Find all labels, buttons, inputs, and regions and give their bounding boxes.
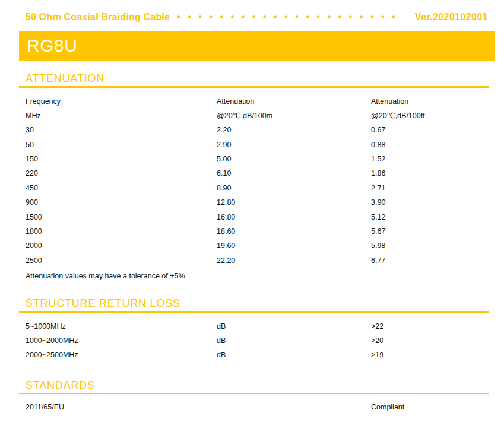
table-cell: >20 bbox=[371, 334, 489, 348]
table-cell: 1.86 bbox=[371, 166, 489, 180]
table-row: 30 2.20 0.67 bbox=[26, 123, 489, 137]
standards-table: 2011/65/EU Compliant bbox=[26, 400, 489, 414]
table-cell: 2.71 bbox=[371, 181, 489, 195]
table-cell: 2011/65/EU bbox=[26, 400, 217, 414]
unit-db-100ft: @20℃,dB/100ft bbox=[371, 109, 489, 123]
table-cell: dB bbox=[217, 319, 371, 334]
leader-dots-icon: ••••••••••••••••••••• bbox=[170, 11, 415, 23]
table-cell: 50 bbox=[26, 138, 217, 152]
standards-heading: STANDARDS bbox=[26, 379, 504, 391]
model-name: RG8U bbox=[19, 36, 77, 56]
table-cell: 1.52 bbox=[371, 152, 489, 166]
table-cell: 5.67 bbox=[371, 224, 489, 239]
table-cell: 1800 bbox=[26, 224, 217, 239]
table-row: 2500 22.20 6.77 bbox=[26, 253, 489, 268]
section-attenuation: ATTENUATION Frequency Attenuation Attenu… bbox=[0, 72, 504, 282]
table-cell: 6.10 bbox=[217, 166, 371, 180]
table-row: 2011/65/EU Compliant bbox=[26, 400, 489, 414]
unit-db-100m: @20℃,dB/100m bbox=[217, 109, 371, 123]
table-cell: 8.90 bbox=[217, 181, 371, 195]
datasheet-page: 50 Ohm Coaxial Braiding Cable ••••••••••… bbox=[0, 0, 504, 435]
table-header-row: Frequency Attenuation Attenuation bbox=[26, 94, 489, 109]
table-row: 1500 16.80 5.12 bbox=[26, 210, 489, 224]
table-row: 220 6.10 1.86 bbox=[26, 166, 489, 180]
table-cell: 19.60 bbox=[217, 239, 371, 253]
table-header-units-row: MHz @20℃,dB/100m @20℃,dB/100ft bbox=[26, 109, 489, 123]
table-cell: 2000 bbox=[26, 239, 217, 253]
page-title: 50 Ohm Coaxial Braiding Cable bbox=[26, 11, 170, 23]
table-cell: 5~1000MHz bbox=[26, 319, 217, 334]
table-cell: dB bbox=[217, 334, 371, 348]
table-cell: 150 bbox=[26, 152, 217, 166]
table-cell: 1000~2000MHz bbox=[26, 334, 217, 348]
col-header-attenuation-ft: Attenuation bbox=[371, 94, 489, 109]
table-cell: >22 bbox=[371, 319, 489, 334]
table-cell: dB bbox=[217, 348, 371, 362]
table-cell: 5.12 bbox=[371, 210, 489, 224]
table-row: 2000~2500MHz dB >19 bbox=[26, 348, 489, 362]
section-structure-return-loss: STRUCTURE RETURN LOSS 5~1000MHz dB >22 1… bbox=[0, 297, 504, 363]
table-cell: 2.20 bbox=[217, 123, 371, 137]
table-cell: >19 bbox=[371, 348, 489, 362]
table-row: 50 2.90 0.88 bbox=[26, 138, 489, 152]
table-row: 1800 18.60 5.67 bbox=[26, 224, 489, 239]
table-cell: 450 bbox=[26, 181, 217, 195]
table-cell: 900 bbox=[26, 195, 217, 209]
table-row: 2000 19.60 5.98 bbox=[26, 239, 489, 253]
srl-table: 5~1000MHz dB >22 1000~2000MHz dB >20 200… bbox=[26, 319, 489, 363]
model-banner: RG8U bbox=[19, 31, 495, 61]
table-cell: Compliant bbox=[371, 400, 489, 414]
table-row: 5~1000MHz dB >22 bbox=[26, 319, 489, 334]
unit-mhz: MHz bbox=[26, 109, 217, 123]
section-divider bbox=[19, 311, 489, 313]
table-cell: 0.88 bbox=[371, 138, 489, 152]
table-row: 900 12.80 3.90 bbox=[26, 195, 489, 209]
table-cell: 220 bbox=[26, 166, 217, 180]
srl-heading: STRUCTURE RETURN LOSS bbox=[26, 297, 504, 309]
table-cell: 12.80 bbox=[217, 195, 371, 209]
table-cell: 5.00 bbox=[217, 152, 371, 166]
table-cell: 1500 bbox=[26, 210, 217, 224]
table-row: 150 5.00 1.52 bbox=[26, 152, 489, 166]
version-label: Ver.2020102001 bbox=[415, 11, 488, 23]
table-cell: 5.98 bbox=[371, 239, 489, 253]
table-row: 450 8.90 2.71 bbox=[26, 181, 489, 195]
col-header-attenuation-m: Attenuation bbox=[217, 94, 371, 109]
section-standards: STANDARDS 2011/65/EU Compliant bbox=[0, 379, 504, 415]
table-cell: 30 bbox=[26, 123, 217, 137]
attenuation-heading: ATTENUATION bbox=[26, 72, 504, 84]
table-cell: 22.20 bbox=[217, 253, 371, 268]
tolerance-note: Attenuation values may have a tolerance … bbox=[26, 270, 489, 282]
table-cell: 2000~2500MHz bbox=[26, 348, 217, 362]
table-cell: 2.90 bbox=[217, 138, 371, 152]
table-cell: 6.77 bbox=[371, 253, 489, 268]
col-header-frequency: Frequency bbox=[26, 94, 217, 109]
section-divider bbox=[19, 86, 489, 88]
table-row: 1000~2000MHz dB >20 bbox=[26, 334, 489, 348]
section-divider bbox=[19, 393, 489, 395]
table-cell: 3.90 bbox=[371, 195, 489, 209]
table-cell: 18.60 bbox=[217, 224, 371, 239]
page-header: 50 Ohm Coaxial Braiding Cable ••••••••••… bbox=[0, 0, 504, 23]
table-cell: 2500 bbox=[26, 253, 217, 268]
attenuation-table: Frequency Attenuation Attenuation MHz @2… bbox=[26, 94, 489, 268]
table-cell: 16.80 bbox=[217, 210, 371, 224]
table-cell: 0.67 bbox=[371, 123, 489, 137]
